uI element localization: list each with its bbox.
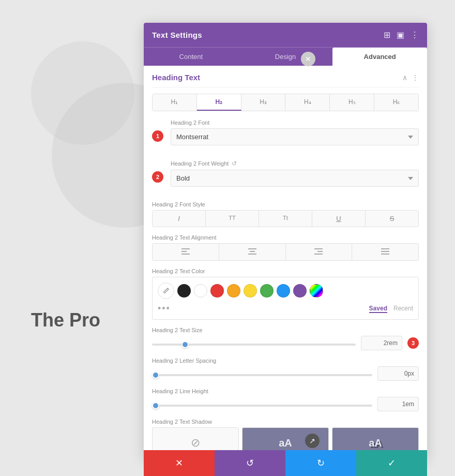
redo-button[interactable]: ↻ xyxy=(285,450,356,476)
font-weight-reset-icon[interactable]: ↺ xyxy=(232,160,237,167)
svg-rect-8 xyxy=(314,254,323,255)
diagonal-icon[interactable]: ↗ xyxy=(305,434,320,448)
line-height-slider-row xyxy=(152,397,419,411)
heading-tab-h1[interactable]: H₁ xyxy=(153,94,197,111)
color-swatch-white[interactable] xyxy=(194,284,207,298)
svg-rect-3 xyxy=(248,248,256,249)
color-swatch-purple[interactable] xyxy=(293,284,307,298)
color-swatch-blue[interactable] xyxy=(277,284,290,298)
line-height-label: Heading 2 Line Height xyxy=(152,388,419,394)
svg-rect-1 xyxy=(181,251,187,252)
uppercase-button[interactable]: TT xyxy=(206,211,259,227)
svg-rect-10 xyxy=(381,251,389,252)
undo-icon: ↺ xyxy=(246,457,254,469)
text-size-input[interactable] xyxy=(361,336,402,350)
font-style-field-row: Heading 2 Font Style I TT Tt U S xyxy=(152,201,419,227)
bottom-toolbar: ✕ ↺ ↻ ✓ xyxy=(144,450,427,476)
tab-advanced[interactable]: Advanced xyxy=(332,48,427,66)
color-swatch-rainbow[interactable] xyxy=(310,284,323,298)
text-alignment-label: Heading 2 Text Alignment xyxy=(152,234,419,241)
align-center-button[interactable] xyxy=(219,244,286,260)
heading-tab-h5[interactable]: H₅ xyxy=(330,94,374,111)
text-size-field-row: Heading 2 Text Size 3 xyxy=(152,327,419,350)
color-pencil-button[interactable] xyxy=(158,282,174,299)
heading-tab-h6[interactable]: H₆ xyxy=(374,94,418,111)
letter-spacing-slider-wrapper xyxy=(152,369,372,378)
more-icon[interactable]: ⋮ xyxy=(411,30,419,40)
capitalize-button[interactable]: Tt xyxy=(259,211,312,227)
heading-tab-h2[interactable]: H₂ xyxy=(197,94,241,111)
shadow-text-1: aA xyxy=(279,437,292,449)
undo-button[interactable]: ↺ xyxy=(215,450,285,476)
line-height-slider[interactable] xyxy=(152,405,372,407)
strikethrough-button[interactable]: S xyxy=(366,211,418,227)
align-justify-button[interactable] xyxy=(352,244,418,260)
section-title: Heading Text xyxy=(152,73,200,82)
text-alignment-field-row: Heading 2 Text Alignment xyxy=(152,234,419,261)
text-shadow-label: Heading 2 Text Shadow xyxy=(152,419,419,425)
heading-tab-h4[interactable]: H₄ xyxy=(285,94,330,111)
no-shadow-icon: ⊘ xyxy=(191,436,200,450)
section-header-icons: ∧ ⋮ xyxy=(402,73,419,82)
font-weight-select[interactable]: Bold Normal Light 100 200 300 400 500 60… xyxy=(171,170,419,187)
tab-bar: Content Design Advanced xyxy=(144,47,427,66)
cancel-button[interactable]: ✕ xyxy=(144,450,215,476)
badge-2: 2 xyxy=(152,171,163,183)
text-size-slider-row: 3 xyxy=(152,336,419,350)
section-more-icon[interactable]: ⋮ xyxy=(412,73,419,82)
line-height-slider-wrapper xyxy=(152,399,372,409)
svg-rect-7 xyxy=(317,251,323,252)
svg-rect-9 xyxy=(381,248,389,249)
heading-level-tabs: H₁ H₂ H₃ H₄ H₅ H₆ xyxy=(152,94,419,111)
letter-spacing-input[interactable] xyxy=(377,366,419,381)
line-height-input[interactable] xyxy=(377,397,419,411)
heading-tab-h3[interactable]: H₃ xyxy=(241,94,286,111)
font-style-buttons: I TT Tt U S xyxy=(152,210,419,227)
saved-colors-tab[interactable]: Saved xyxy=(369,305,387,313)
color-picker-area: ••• Saved Recent xyxy=(152,277,419,320)
color-swatch-black[interactable] xyxy=(177,284,191,298)
collapse-icon[interactable]: ∧ xyxy=(402,73,407,82)
letter-spacing-field-row: Heading 2 Letter Spacing xyxy=(152,358,419,381)
recent-colors-tab[interactable]: Recent xyxy=(393,305,413,313)
color-swatch-orange[interactable] xyxy=(227,284,240,298)
badge-1: 1 xyxy=(152,130,163,142)
text-settings-panel: Text Settings ⊞ ▣ ⋮ Content Design Advan… xyxy=(144,23,427,459)
text-size-slider-wrapper xyxy=(152,338,356,348)
italic-button[interactable]: I xyxy=(153,211,206,227)
panel-body: Heading Text ∧ ⋮ H₁ H₂ H₃ H₄ H₅ H₆ 1 Hea… xyxy=(144,66,427,459)
color-swatch-green[interactable] xyxy=(260,284,274,298)
underline-button[interactable]: U xyxy=(312,211,366,227)
confirm-button[interactable]: ✓ xyxy=(356,450,427,476)
font-field-row: 1 Heading 2 Font Montserrat Roboto Open … xyxy=(152,120,419,153)
badge-3: 3 xyxy=(407,337,419,349)
svg-rect-4 xyxy=(250,251,255,252)
color-swatch-yellow[interactable] xyxy=(244,284,257,298)
font-weight-field-row: 2 Heading 2 Font Weight ↺ Bold Normal Li… xyxy=(152,160,419,194)
font-select[interactable]: Montserrat Roboto Open Sans Lato xyxy=(171,128,419,145)
fullscreen-icon[interactable]: ⊞ xyxy=(384,30,390,40)
svg-rect-11 xyxy=(381,254,389,255)
layout-icon[interactable]: ▣ xyxy=(397,30,404,40)
letter-spacing-slider[interactable] xyxy=(152,374,372,376)
line-height-field-row: Heading 2 Line Height xyxy=(152,388,419,411)
color-swatch-red[interactable] xyxy=(210,284,224,298)
tab-content[interactable]: Content xyxy=(144,48,238,66)
letter-spacing-slider-row xyxy=(152,366,419,381)
text-color-label: Heading 2 Text Color xyxy=(152,268,419,274)
svg-rect-5 xyxy=(248,254,256,255)
tab-design[interactable]: Design xyxy=(238,48,333,66)
alignment-buttons xyxy=(152,243,419,261)
svg-rect-0 xyxy=(181,248,190,249)
text-color-field-row: Heading 2 Text Color xyxy=(152,268,419,320)
align-left-button[interactable] xyxy=(153,244,219,260)
align-right-button[interactable] xyxy=(286,244,353,260)
panel-header: Text Settings ⊞ ▣ ⋮ xyxy=(144,23,427,47)
panel-title: Text Settings xyxy=(152,31,202,39)
font-label: 1 Heading 2 Font xyxy=(171,120,419,126)
cancel-icon: ✕ xyxy=(175,457,183,469)
color-swatches xyxy=(158,282,413,299)
color-more-button[interactable]: ••• xyxy=(158,303,171,314)
text-size-slider[interactable] xyxy=(152,344,356,346)
close-button[interactable]: ✕ xyxy=(301,52,315,66)
